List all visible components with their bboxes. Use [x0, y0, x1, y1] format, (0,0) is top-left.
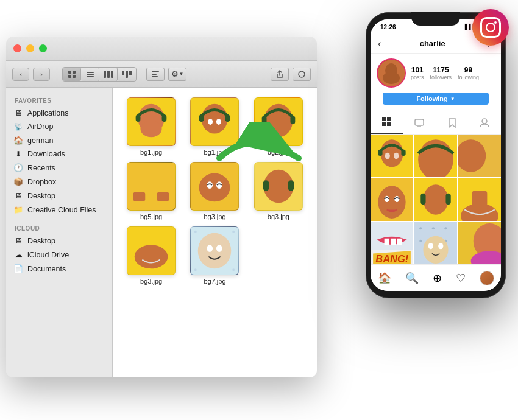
- file-item[interactable]: bg1.jpg: [122, 97, 180, 156]
- sidebar-item-downloads[interactable]: ⬇ Downloads: [6, 147, 112, 161]
- forward-button[interactable]: ›: [33, 68, 50, 81]
- file-thumbnail: [254, 97, 303, 146]
- svg-rect-9: [111, 71, 113, 78]
- action-button[interactable]: ⚙ ▼: [168, 68, 186, 81]
- svg-point-47: [207, 245, 213, 252]
- svg-rect-58: [387, 117, 391, 121]
- following-stat: 99 following: [458, 66, 479, 80]
- phone-screen: 12:26 ▐▐▐ 📶 🔋 ‹ charlie ⋮: [371, 19, 501, 291]
- grid-cell-1[interactable]: [371, 135, 413, 177]
- sidebar-item-label: Recents: [27, 164, 55, 172]
- file-thumbnail: [127, 226, 176, 275]
- file-item[interactable]: bg7.jpg: [186, 226, 243, 285]
- add-nav-icon[interactable]: ⊕: [433, 271, 442, 285]
- back-button[interactable]: ‹: [12, 68, 29, 81]
- home-nav-icon[interactable]: 🏠: [378, 271, 391, 285]
- view-list-button[interactable]: [81, 68, 99, 81]
- sidebar-item-desktop[interactable]: 🖥 Desktop: [6, 189, 112, 203]
- grid-cell-4[interactable]: [371, 178, 413, 221]
- svg-rect-30: [262, 116, 267, 124]
- svg-rect-42: [288, 180, 294, 191]
- file-thumbnail: [190, 162, 239, 211]
- svg-rect-88: [397, 239, 402, 245]
- svg-point-63: [482, 119, 487, 124]
- column-icon: [103, 70, 114, 79]
- finder-toolbar: ‹ ›: [6, 61, 317, 88]
- share-button[interactable]: [271, 68, 289, 81]
- bottom-nav-bar: 🏠 🔍 ⊕ ♡: [371, 264, 501, 291]
- svg-rect-15: [152, 76, 158, 77]
- file-item[interactable]: bg1.jpg: [186, 97, 243, 156]
- grid-cell-7[interactable]: BANG!: [371, 222, 413, 265]
- sidebar-item-icloud-drive[interactable]: ☁ iCloud Drive: [6, 248, 112, 262]
- tab-grid[interactable]: [371, 112, 403, 134]
- file-item[interactable]: bg5.jpg: [122, 162, 180, 220]
- profile-nav-icon[interactable]: [480, 271, 494, 285]
- file-item[interactable]: bg3.jpg: [186, 162, 243, 220]
- sidebar-item-documents[interactable]: 📄 Documents: [6, 262, 112, 276]
- instagram-camera-icon: [480, 17, 501, 38]
- scene: ‹ ›: [0, 0, 518, 420]
- view-column-button[interactable]: [99, 68, 118, 81]
- posts-label: posts: [411, 74, 424, 80]
- grid-cell-5[interactable]: [414, 178, 457, 221]
- sidebar-item-label: Desktop: [27, 237, 55, 245]
- icloud-drive-icon: ☁: [13, 250, 23, 259]
- documents-icon: 📄: [13, 264, 23, 273]
- file-item[interactable]: bg3.jpg: [250, 162, 307, 220]
- sidebar-item-airdrop[interactable]: 📡 AirDrop: [6, 120, 112, 133]
- svg-rect-25: [225, 114, 230, 122]
- svg-point-95: [444, 227, 447, 229]
- thumbnail-art: [127, 98, 175, 145]
- person-icon: [479, 117, 490, 128]
- favorites-label: Favorites: [6, 94, 112, 106]
- maximize-button[interactable]: [39, 44, 47, 52]
- svg-point-101: [438, 243, 443, 249]
- following-count: 99: [464, 66, 472, 74]
- phone-frame: 12:26 ▐▐▐ 📶 🔋 ‹ charlie ⋮: [366, 12, 506, 298]
- thumbnail-art: [127, 227, 175, 275]
- grid-cell-6[interactable]: [458, 178, 501, 221]
- minimize-button[interactable]: [26, 44, 34, 52]
- time-display: 12:26: [380, 24, 396, 30]
- sidebar-item-dropbox[interactable]: 📦 Dropbox: [6, 175, 112, 189]
- arrange-button[interactable]: [146, 68, 165, 81]
- tab-saved[interactable]: [436, 112, 469, 134]
- heart-nav-icon[interactable]: ♡: [456, 271, 466, 285]
- back-button[interactable]: ‹: [378, 38, 381, 49]
- svg-point-93: [419, 227, 422, 229]
- grid-cell-3[interactable]: [458, 135, 501, 177]
- svg-text:BANG!: BANG!: [375, 253, 408, 264]
- file-item[interactable]: bg3.jpg: [122, 226, 180, 285]
- sidebar-item-label: Desktop: [27, 192, 55, 200]
- close-button[interactable]: [13, 44, 21, 52]
- sidebar-item-applications[interactable]: 🖥 Applications: [6, 106, 112, 120]
- action-dropdown-icon: ▼: [179, 71, 184, 77]
- svg-rect-10: [122, 71, 124, 75]
- tag-button[interactable]: [293, 68, 311, 81]
- sidebar-item-icloud-desktop[interactable]: 🖥 Desktop: [6, 234, 112, 248]
- following-button[interactable]: Following ▼: [383, 93, 489, 105]
- svg-rect-80: [420, 194, 425, 205]
- sidebar-item-recents[interactable]: 🕐 Recents: [6, 161, 112, 175]
- view-cover-button[interactable]: [118, 68, 136, 81]
- sidebar-item-german[interactable]: 🏠 german: [6, 133, 112, 147]
- svg-point-68: [385, 153, 390, 159]
- sidebar-item-creative-cloud[interactable]: 📁 Creative Cloud Files: [6, 203, 112, 217]
- grid-cell-8[interactable]: [414, 222, 457, 265]
- grid-cell-2[interactable]: [414, 135, 457, 177]
- thumbnail-art: [127, 163, 175, 210]
- file-item[interactable]: bg2.jpg: [250, 97, 307, 156]
- tab-tagged[interactable]: [403, 112, 436, 134]
- follow-button-wrapper: Following ▼: [371, 93, 501, 112]
- svg-rect-5: [87, 74, 94, 75]
- downloads-icon: ⬇: [13, 150, 23, 158]
- svg-rect-12: [129, 71, 132, 75]
- file-name: bg3.jpg: [204, 213, 225, 220]
- view-icon-button[interactable]: [63, 68, 81, 81]
- finder-body: Favorites 🖥 Applications 📡 AirDrop 🏠 ger…: [6, 88, 317, 377]
- search-nav-icon[interactable]: 🔍: [405, 271, 419, 285]
- grid-cell-9[interactable]: [458, 222, 501, 265]
- tab-mentions[interactable]: [469, 112, 502, 134]
- svg-point-76: [385, 196, 389, 202]
